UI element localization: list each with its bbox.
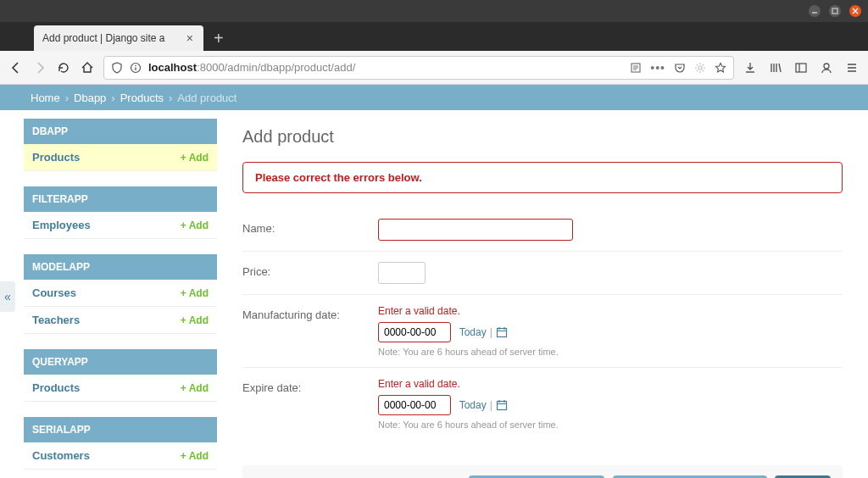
sidebar-model-link[interactable]: Courses: [32, 286, 76, 299]
form-row-price: Price:: [242, 252, 843, 295]
breadcrumb-app[interactable]: Dbapp: [74, 92, 106, 104]
form-row-mfg: Manufacturing date: Enter a valid date. …: [242, 295, 843, 368]
os-titlebar: [0, 0, 868, 22]
calendar-icon[interactable]: [496, 326, 508, 338]
breadcrumbs: Home › Dbapp › Products › Add product: [0, 85, 868, 110]
home-button[interactable]: [80, 60, 95, 75]
price-input[interactable]: [378, 262, 426, 284]
breadcrumb-home[interactable]: Home: [31, 92, 60, 104]
exp-today-link[interactable]: Today: [459, 399, 487, 411]
site-info-icon[interactable]: [130, 62, 142, 74]
sidebar: DBAPPProducts+ AddFILTERAPPEmployees+ Ad…: [17, 110, 217, 478]
sidebar-model-link[interactable]: Employees: [32, 219, 91, 231]
bookmark-star-icon[interactable]: [715, 62, 726, 74]
window-maximize-button[interactable]: [829, 5, 841, 17]
sidebar-add-link[interactable]: + Add: [181, 152, 209, 164]
form-row-name: Name:: [242, 208, 843, 252]
back-button[interactable]: [8, 60, 24, 75]
new-tab-button[interactable]: +: [203, 25, 234, 51]
exp-tz-note: Note: You are 6 hours ahead of server ti…: [378, 420, 843, 430]
reader-mode-icon[interactable]: [630, 62, 642, 74]
sidebar-model-link[interactable]: Teachers: [32, 314, 80, 326]
mfg-tz-note: Note: You are 6 hours ahead of server ti…: [378, 347, 843, 357]
name-label: Name:: [242, 219, 378, 235]
sidebar-app-header[interactable]: FILTERAPP: [24, 186, 217, 212]
url-text: localhost:8000/admin/dbapp/product/add/: [148, 61, 623, 74]
plus-icon: +: [181, 287, 186, 299]
browser-tabbar: Add product | Django site a × +: [0, 22, 868, 51]
sidebar-add-link[interactable]: + Add: [181, 450, 209, 462]
svg-rect-1: [832, 8, 837, 14]
sidebar-add-link[interactable]: + Add: [181, 314, 209, 326]
sidebar-model-link[interactable]: Products: [32, 151, 80, 164]
page: Home › Dbapp › Products › Add product « …: [0, 85, 868, 478]
reload-button[interactable]: [56, 60, 71, 75]
breadcrumb-model[interactable]: Products: [120, 92, 164, 104]
svg-rect-12: [796, 64, 806, 72]
content: Add product Please correct the errors be…: [217, 110, 868, 478]
settings-gear-icon[interactable]: [694, 62, 706, 74]
sidebar-add-link[interactable]: + Add: [181, 382, 209, 394]
sidebar-icon[interactable]: [793, 60, 809, 75]
mfg-label: Manufacturing date:: [242, 305, 378, 321]
plus-icon: +: [181, 314, 186, 326]
window-minimize-button[interactable]: [809, 5, 821, 17]
breadcrumb-current: Add product: [177, 92, 236, 104]
sidebar-app-header[interactable]: DBAPP: [24, 119, 217, 144]
tab-title: Add product | Django site a: [42, 32, 183, 44]
sidebar-app-group: FILTERAPPEmployees+ Add: [24, 186, 217, 239]
error-note: Please correct the errors below.: [242, 162, 843, 193]
browser-tab[interactable]: Add product | Django site a ×: [34, 25, 203, 51]
sidebar-collapse-handle[interactable]: «: [0, 281, 15, 312]
calendar-icon[interactable]: [496, 399, 508, 411]
sidebar-app-group: QUERYAPPProducts+ Add: [24, 349, 217, 402]
mfg-date-input[interactable]: [378, 322, 451, 342]
pocket-icon[interactable]: [674, 62, 686, 74]
sidebar-app-group: DBAPPProducts+ Add: [24, 119, 217, 171]
mfg-error: Enter a valid date.: [378, 305, 843, 317]
browser-toolbar: localhost:8000/admin/dbapp/product/add/ …: [0, 51, 868, 85]
downloads-icon[interactable]: [743, 60, 758, 75]
tab-close-icon[interactable]: ×: [183, 31, 197, 45]
price-label: Price:: [242, 262, 378, 278]
sidebar-model-row: Employees+ Add: [24, 212, 217, 239]
plus-icon: +: [181, 450, 186, 462]
library-icon[interactable]: [768, 60, 783, 75]
exp-error: Enter a valid date.: [378, 378, 843, 390]
sidebar-model-row: Products+ Add: [24, 375, 217, 402]
svg-point-11: [698, 66, 702, 69]
page-title: Add product: [242, 127, 843, 147]
url-bar[interactable]: localhost:8000/admin/dbapp/product/add/ …: [103, 56, 734, 80]
sidebar-app-group: MODELAPPCourses+ AddTeachers+ Add: [24, 254, 217, 334]
plus-icon: +: [181, 152, 186, 164]
sidebar-app-header[interactable]: QUERYAPP: [24, 349, 217, 375]
sidebar-model-row: Products+ Add: [24, 144, 217, 171]
sidebar-model-link[interactable]: Customers: [32, 449, 90, 462]
name-input[interactable]: [378, 219, 573, 241]
shield-icon[interactable]: [111, 62, 123, 74]
svg-point-5: [135, 64, 136, 66]
form-row-exp: Expire date: Enter a valid date. Today |…: [242, 368, 843, 440]
submit-row: Save and add another Save and continue e…: [242, 465, 843, 478]
page-actions-icon[interactable]: •••: [650, 61, 665, 75]
plus-icon: +: [181, 220, 186, 231]
plus-icon: +: [181, 382, 186, 394]
sidebar-app-header[interactable]: MODELAPP: [24, 254, 217, 280]
mfg-today-link[interactable]: Today: [459, 326, 487, 338]
exp-date-input[interactable]: [378, 395, 451, 415]
sidebar-app-header[interactable]: SERIALAPP: [24, 417, 217, 442]
window-close-button[interactable]: [849, 5, 861, 17]
sidebar-model-row: Teachers+ Add: [24, 307, 217, 334]
sidebar-model-link[interactable]: Products: [32, 381, 80, 394]
svg-rect-22: [497, 402, 506, 410]
svg-rect-18: [497, 329, 506, 337]
sidebar-add-link[interactable]: + Add: [181, 220, 209, 231]
exp-label: Expire date:: [242, 378, 378, 394]
sidebar-add-link[interactable]: + Add: [181, 287, 209, 299]
sidebar-app-group: SERIALAPPCustomers+ Add: [24, 417, 217, 470]
sidebar-model-row: Courses+ Add: [24, 280, 217, 307]
menu-icon[interactable]: [844, 60, 860, 75]
forward-button[interactable]: [32, 60, 47, 75]
account-icon[interactable]: [819, 60, 834, 75]
svg-point-14: [824, 64, 829, 69]
